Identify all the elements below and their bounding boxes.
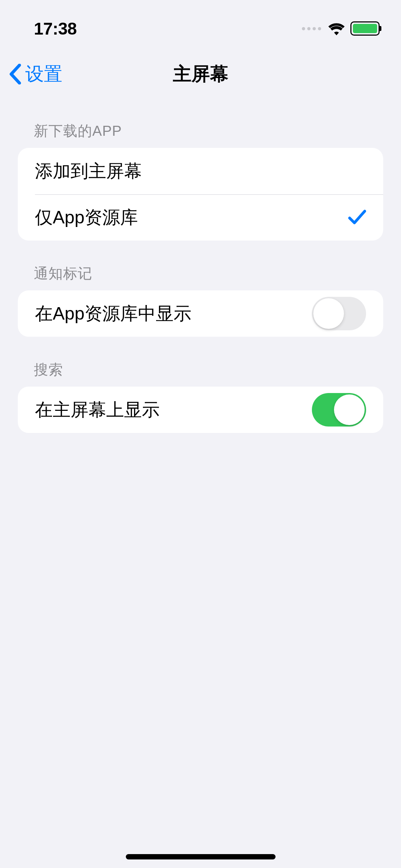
status-bar: 17:38 [0,0,401,50]
section-header-search: 搜索 [18,337,383,387]
group-badges: 在App资源库中显示 [18,290,383,337]
option-app-library-only[interactable]: 仅App资源库 [18,194,383,241]
battery-icon [350,21,380,36]
option-label: 仅App资源库 [35,206,138,229]
chevron-left-icon [9,64,22,84]
home-indicator [126,854,276,859]
cellular-dots-icon [302,27,321,30]
section-header-new-apps: 新下载的APP [18,98,383,148]
group-search: 在主屏幕上显示 [18,387,383,433]
row-show-on-home: 在主屏幕上显示 [18,387,383,433]
toggle-show-in-app-library[interactable] [312,297,366,330]
back-button[interactable]: 设置 [9,62,62,87]
status-time: 17:38 [34,19,77,38]
row-show-in-app-library: 在App资源库中显示 [18,290,383,337]
option-add-to-home[interactable]: 添加到主屏幕 [18,148,383,194]
page-title: 主屏幕 [173,62,228,87]
checkmark-icon [348,209,366,226]
toggle-label: 在主屏幕上显示 [35,398,160,422]
group-new-apps: 添加到主屏幕 仅App资源库 [18,148,383,241]
back-label: 设置 [25,62,62,87]
content: 新下载的APP 添加到主屏幕 仅App资源库 通知标记 在App资源库中显示 搜… [0,98,401,433]
option-label: 添加到主屏幕 [35,159,142,183]
toggle-knob [313,298,344,329]
toggle-knob [334,394,365,425]
toggle-label: 在App资源库中显示 [35,302,191,326]
wifi-icon [328,22,345,35]
section-header-badges: 通知标记 [18,241,383,290]
status-icons [302,21,380,36]
navigation-bar: 设置 主屏幕 [0,50,401,98]
toggle-show-on-home[interactable] [312,393,366,427]
